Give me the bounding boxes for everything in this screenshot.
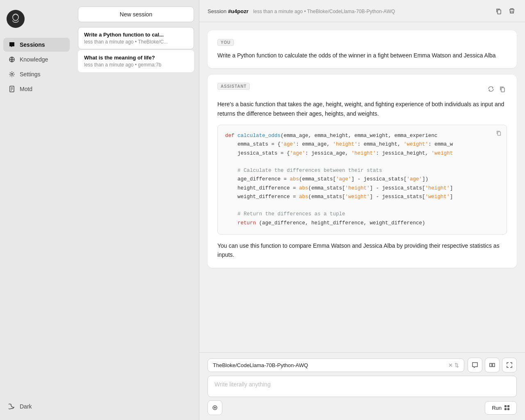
sidebar-nav: Sessions Knowledge Settings xyxy=(0,38,73,399)
sidebar-item-knowledge[interactable]: Knowledge xyxy=(3,52,70,66)
regenerate-button[interactable] xyxy=(486,84,495,94)
sidebar-bottom: Dark xyxy=(0,399,73,413)
sidebar-item-motd-label: Motd xyxy=(20,86,32,92)
assistant-actions xyxy=(486,84,507,94)
chat-icon xyxy=(8,41,16,48)
chat-messages: YOU Write a Python function to calculate… xyxy=(199,22,525,352)
code-line-4: age_difference = abs(emma_stats['age'] -… xyxy=(225,175,499,184)
copy-message-button[interactable] xyxy=(498,84,507,94)
code-copy-button[interactable] xyxy=(495,129,502,138)
copy-session-button[interactable] xyxy=(494,6,504,16)
session-item-1[interactable]: What is the meaning of life? less than a… xyxy=(78,50,194,72)
main-area: Session #u4pozr less than a minute ago •… xyxy=(199,0,525,420)
session-label: Session #u4pozr xyxy=(208,8,250,14)
code-line-8: return (age_difference, height_differenc… xyxy=(225,219,499,228)
session-meta-1: less than a minute ago • gemma:7b xyxy=(84,62,188,68)
sidebar-item-motd[interactable]: Motd xyxy=(3,82,70,96)
sidebar-item-settings-label: Settings xyxy=(20,71,41,78)
model-selector-actions xyxy=(468,358,517,372)
code-line-3: # Calculate the differences between thei… xyxy=(225,167,499,175)
session-id-value: #u4pozr xyxy=(228,8,249,14)
user-role-badge: YOU xyxy=(217,39,234,46)
run-label: Run xyxy=(492,405,502,411)
settings-icon xyxy=(8,71,16,78)
sidebar-item-knowledge-label: Knowledge xyxy=(20,56,48,63)
svg-point-3 xyxy=(11,73,13,75)
doc-icon xyxy=(8,85,16,93)
svg-rect-5 xyxy=(498,10,501,14)
expand-button[interactable] xyxy=(502,358,517,372)
sidebar-item-dark[interactable]: Dark xyxy=(3,399,70,413)
moon-icon xyxy=(8,403,16,410)
model-selector[interactable]: TheBloke/CodeLlama-70B-Python-AWQ ✕ ⇅ xyxy=(208,358,464,372)
session-list: Write a Python function to cal... less t… xyxy=(78,27,194,72)
sidebar: Sessions Knowledge Settings xyxy=(0,0,73,420)
assistant-role-badge: ASSISTANT xyxy=(217,83,250,90)
code-line-1: emma_stats = {'age': emma_age, 'height':… xyxy=(225,140,499,149)
logo-circle xyxy=(7,10,25,28)
delete-session-button[interactable] xyxy=(507,6,517,16)
globe-icon xyxy=(8,56,16,63)
code-line-7: # Return the differences as a tuple xyxy=(225,210,499,219)
assistant-message: ASSISTANT Her xyxy=(208,75,517,267)
sidebar-item-settings[interactable]: Settings xyxy=(3,67,70,81)
new-session-button[interactable]: New session xyxy=(78,7,194,22)
session-info: Session #u4pozr less than a minute ago •… xyxy=(208,8,395,14)
session-title-0: Write a Python function to cal... xyxy=(84,32,188,38)
chat-mode-button[interactable] xyxy=(468,358,482,372)
user-message: YOU Write a Python function to calculate… xyxy=(208,30,517,68)
model-selector-row: TheBloke/CodeLlama-70B-Python-AWQ ✕ ⇅ xyxy=(208,358,517,372)
chevron-up-down-icon[interactable]: ⇅ xyxy=(454,362,459,368)
clear-model-icon[interactable]: ✕ xyxy=(448,362,453,368)
session-timestamp: less than a minute ago • TheBloke/CodeLl… xyxy=(253,9,395,14)
code-block: def calculate_odds(emma_age, emma_height… xyxy=(217,125,507,235)
input-area: TheBloke/CodeLlama-70B-Python-AWQ ✕ ⇅ xyxy=(199,352,525,420)
sidebar-item-sessions[interactable]: Sessions xyxy=(3,38,70,52)
run-button[interactable]: Run xyxy=(485,401,517,415)
session-item-0[interactable]: Write a Python function to cal... less t… xyxy=(78,27,194,49)
dark-mode-label: Dark xyxy=(20,403,32,410)
code-line-blank-2 xyxy=(225,201,499,210)
code-line-6: weight_difference = abs(emma_stats['weig… xyxy=(225,193,499,201)
app-logo xyxy=(0,7,73,38)
header-actions xyxy=(494,6,517,16)
svg-rect-7 xyxy=(498,132,500,136)
chat-header: Session #u4pozr less than a minute ago •… xyxy=(199,0,525,22)
session-label-text: Session xyxy=(208,8,226,14)
code-line-2: jessica_stats = {'age': jessica_age, 'he… xyxy=(225,149,499,158)
sessions-panel: New session Write a Python function to c… xyxy=(73,0,199,420)
code-line-0: def calculate_odds(emma_age, emma_height… xyxy=(225,132,499,140)
code-line-blank-1 xyxy=(225,158,499,167)
attach-button[interactable] xyxy=(208,400,222,415)
model-value: TheBloke/CodeLlama-70B-Python-AWQ xyxy=(213,362,308,368)
assistant-outro: You can use this function to compare Emm… xyxy=(217,241,507,260)
compare-mode-button[interactable] xyxy=(485,358,500,372)
bottom-actions: Run xyxy=(208,400,517,415)
bottom-left-actions xyxy=(208,400,222,415)
sidebar-item-sessions-label: Sessions xyxy=(20,41,45,48)
session-title-1: What is the meaning of life? xyxy=(84,55,188,61)
user-message-text: Write a Python function to calculate the… xyxy=(217,51,507,60)
assistant-intro: Here's a basic function that takes the a… xyxy=(217,100,507,118)
session-meta-0: less than a minute ago • TheBloke/C... xyxy=(84,39,188,45)
assistant-header: ASSISTANT xyxy=(217,83,507,95)
svg-rect-6 xyxy=(501,88,504,92)
code-line-5: height_difference = abs(emma_stats['heig… xyxy=(225,184,499,193)
message-input-placeholder[interactable]: Write literally anything xyxy=(208,376,517,397)
